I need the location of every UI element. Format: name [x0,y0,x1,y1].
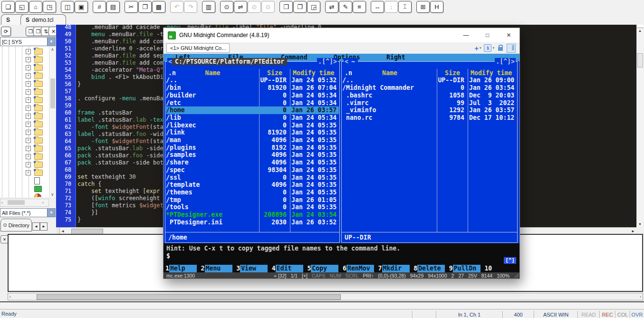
file-row[interactable]: /bin81920Jan 26 07:04 [166,84,339,92]
tree-file-item[interactable] [0,185,49,193]
copy-formatted-button[interactable]: ❒ [279,1,293,13]
file-row[interactable]: /plugins8192Jan 24 05:35 [166,144,339,152]
expand-plus-icon[interactable]: + [26,122,31,127]
minimize-button[interactable]: — [455,29,477,42]
window-list-button[interactable]: ⊞ [416,1,430,13]
tree-vertical-scrollbar[interactable]: ∧∨ [49,47,56,197]
left-panel-path[interactable]: C:/PTSOURCE/Platform/PTEditor [172,58,287,65]
save-all-button[interactable]: ▣ [75,1,88,13]
scroll-right-icon[interactable]: › [42,201,44,205]
file-row[interactable]: /Midnight Commander0Jan 26 03:54 [342,84,517,92]
remove-blank-lines-button[interactable]: ↕ [384,1,398,13]
special-chars-button[interactable]: # [93,1,106,13]
panel-corner-right[interactable]: .[^]> [495,58,516,65]
mc-menu-right[interactable]: Right [386,54,439,61]
column-header-name[interactable]: Name [342,69,437,77]
chevron-down-icon[interactable]: ▾ [480,46,481,50]
scroll-down-icon[interactable]: ▼ [638,222,642,226]
drive-select[interactable]: [C:] SYS ▼ [0,37,56,46]
fkey-delete-button[interactable]: 8Delete [413,265,445,272]
tree-folder-item[interactable]: + [0,56,49,64]
refresh-button[interactable]: ⟳ [1,27,11,36]
tree-folder-item[interactable]: + [0,120,49,128]
column-header-modify[interactable]: Modify time [471,69,512,77]
file-row[interactable]: .bashrc1058Dec 9 20:03 [342,92,517,99]
fkey-copy-button[interactable]: 5Copy [307,265,338,272]
file-row[interactable]: /tools0Jan 24 05:35 [166,203,339,211]
mc-console-area[interactable]: Hint: Use C-x t to copy tagged file name… [163,243,519,272]
scroll-left-icon[interactable]: ‹ [1,201,3,205]
fkey-pulldn-button[interactable]: 9PullDn [449,265,481,272]
copy-button[interactable]: ❐ [138,1,152,13]
scroll-down-icon[interactable]: ∨ [51,192,54,197]
right-panel-path[interactable]: ~ [348,58,358,65]
scroll-up-icon[interactable]: ∧ [51,47,54,52]
dropdown-icon[interactable]: ▼ [47,209,55,217]
file-row[interactable]: PTDesigner.ini2030Jan 26 03:52 [166,219,339,226]
expand-plus-icon[interactable]: + [26,81,31,87]
tree-folder-item[interactable]: + [0,112,49,120]
mc-console-tab[interactable]: <1> GNU Midnight Co... [166,43,230,53]
file-row[interactable]: /template4096Jan 24 05:35 [166,181,339,189]
file-row[interactable]: /man4096Jan 24 05:35 [166,136,339,144]
file-row[interactable]: /tmp0Jan 26 01:05 [166,196,339,204]
panel-corner-right[interactable]: .[^]> [317,58,338,65]
resize-grip[interactable] [514,273,519,278]
expand-plus-icon[interactable]: + [26,162,31,167]
fkey-edit-button[interactable]: 4Edit [272,265,303,272]
file-row[interactable]: nano.rc9784Dec 17 10:12 [342,114,517,122]
open-file-button[interactable]: ◱ [15,1,29,13]
fkey-view-button[interactable]: 3View [236,265,268,272]
file-row[interactable]: _viminfo1292Jan 26 03:57 [342,106,517,114]
tree-folder-item[interactable]: + [0,145,49,153]
reformat-button[interactable]: ✎ [339,1,352,13]
file-row[interactable]: /themes0Jan 24 05:35 [166,189,339,196]
tab-demo-tcl[interactable]: S demo.tcl [20,14,66,25]
tree-folder-item[interactable]: + [0,64,49,72]
scrollbar-thumb[interactable] [637,53,643,67]
fkey-help-button[interactable]: 1Help [165,265,197,272]
scrollbar-thumb[interactable] [50,78,55,108]
splitter-handle[interactable] [637,25,644,28]
new-file-button[interactable]: ❏ [1,1,15,13]
expand-plus-icon[interactable]: + [26,97,31,103]
output-horizontal-scrollbar[interactable]: ‹ › [8,293,643,300]
column-header-size[interactable]: Size [437,69,468,77]
tree-file-item[interactable] [0,177,49,185]
column-header-name[interactable]: Name [166,69,260,77]
trim-spaces-button[interactable]: ↔ [371,1,384,13]
directory-tab[interactable]: ⊙ Directory [0,219,32,231]
tree-folder-item[interactable]: + [0,161,49,169]
expand-plus-icon[interactable]: + [26,130,31,135]
file-row[interactable]: /share4096Jan 24 05:35 [166,159,339,166]
mc-window[interactable]: GNU Midnight Commander (4.8.19) — □ ✕ <1… [163,28,520,279]
cut-button[interactable]: ✂ [125,1,138,13]
undo-button[interactable]: ↶ [170,1,183,13]
expand-plus-icon[interactable]: + [26,89,31,95]
fkey-menu-button[interactable]: 2Menu [201,265,232,272]
file-row[interactable]: /ssl0Jan 24 05:35 [166,174,339,182]
mc-left-panel[interactable]: < C:/PTSOURCE/Platform/PTEditor .[^]> .n… [165,61,340,243]
insert-mode-button[interactable]: ⌶ [398,1,412,13]
scrollbar-thumb[interactable] [8,200,25,205]
scroll-right-icon[interactable]: ► [631,229,635,233]
file-row[interactable]: /etc0Jan 24 05:34 [166,99,339,107]
find-replace-button[interactable]: ⇌ [234,1,247,13]
tree-folder-item[interactable]: + [0,104,49,112]
export-button[interactable]: ◲ [307,1,320,13]
expand-plus-icon[interactable]: + [26,57,31,62]
expand-plus-icon[interactable]: + [26,73,31,78]
file-row[interactable]: /link81920Jan 24 05:35 [166,129,339,136]
mc-terminal[interactable]: LeftFileCommandOptionsRight < C:/PTSOURC… [163,54,519,279]
scroll-right-icon[interactable]: › [640,295,641,299]
panel-toggle-button[interactable] [507,44,516,53]
html-help-button[interactable]: H [430,1,443,13]
directory-tree[interactable]: ++++++++++++++++∧∨ [0,47,56,197]
tree-folder-item[interactable]: + [0,88,49,96]
copy-html-button[interactable]: ❐ [293,1,307,13]
tree-horizontal-scrollbar[interactable]: ‹ › [0,199,49,207]
mc-titlebar[interactable]: GNU Midnight Commander (4.8.19) — □ ✕ [163,28,519,42]
line-numbers-button[interactable]: ≡ [353,1,366,13]
find-next-button[interactable]: ⊙ [248,1,261,13]
scroll-left-icon[interactable]: ‹ [10,295,11,299]
